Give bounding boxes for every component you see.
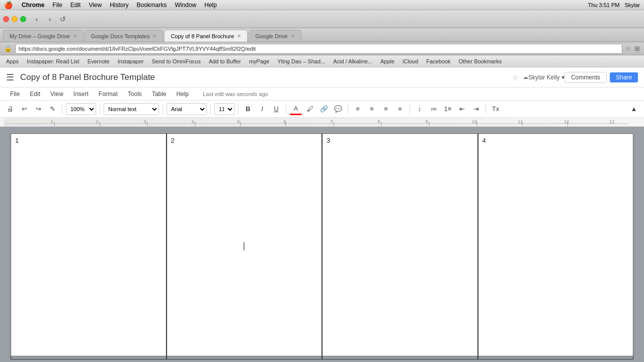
close-tab-brochure[interactable]: ✕ <box>237 33 241 39</box>
link-button[interactable]: 🔗 <box>318 103 330 115</box>
align-right-button[interactable]: ≡ <box>380 103 392 115</box>
mac-menu-bookmarks[interactable]: Bookmarks <box>137 2 167 9</box>
menu-help[interactable]: Help <box>173 89 193 99</box>
bookmark-instapaper-read[interactable]: Instapaper: Read List <box>24 58 83 64</box>
menu-file[interactable]: File <box>6 89 24 99</box>
ruler-bar: 1 2 3 4 5 6 7 8 9 10 11 12 13 <box>4 118 640 126</box>
doc-cell-1[interactable]: 1 <box>11 133 167 359</box>
share-button[interactable]: Share <box>610 72 638 82</box>
bookmark-star-icon[interactable]: ☆ <box>625 45 631 52</box>
font-select[interactable]: Arial Times New Roman <box>167 103 207 115</box>
indent-decrease-button[interactable]: ⇤ <box>456 103 468 115</box>
close-tab-drive[interactable]: ✕ <box>291 33 295 39</box>
comments-button[interactable]: Comments <box>565 72 607 83</box>
numbered-list-button[interactable]: 1≡ <box>442 103 454 115</box>
cell-1-number: 1 <box>15 137 19 144</box>
forward-button[interactable]: › <box>44 14 55 25</box>
mac-menu-view[interactable]: View <box>89 2 102 9</box>
format-paint-button[interactable]: ✎ <box>46 103 58 115</box>
align-left-button[interactable]: ≡ <box>352 103 364 115</box>
chrome-browser-bar: ‹ › ↺ <box>0 10 644 28</box>
doc-star-icon[interactable]: ☆ <box>512 73 519 81</box>
bookmark-apps[interactable]: Apps <box>3 58 22 64</box>
collapse-toolbar-button[interactable]: ▲ <box>628 103 640 115</box>
svg-text:11: 11 <box>518 119 523 124</box>
tab-brochure[interactable]: Copy of 8 Panel Brochure ✕ <box>164 30 248 42</box>
bookmark-buffer[interactable]: Add to Buffer <box>206 58 244 64</box>
svg-text:12: 12 <box>564 119 569 124</box>
comment-button[interactable]: 💬 <box>332 103 344 115</box>
back-button[interactable]: ‹ <box>31 14 42 25</box>
print-button[interactable]: 🖨 <box>4 103 16 115</box>
font-size-select[interactable]: 11 12 14 <box>214 103 234 115</box>
close-tab-templates[interactable]: ✕ <box>152 33 156 39</box>
refresh-button[interactable]: ↺ <box>57 14 68 25</box>
tab-my-drive[interactable]: My Drive – Google Drive ✕ <box>3 30 84 42</box>
menu-edit[interactable]: Edit <box>26 89 44 99</box>
close-tab-my-drive[interactable]: ✕ <box>73 33 77 39</box>
mac-menubar: 🍎 Chrome File Edit View History Bookmark… <box>0 0 644 10</box>
menu-tools[interactable]: Tools <box>124 89 146 99</box>
traffic-lights <box>3 16 26 22</box>
toolbar-separator-4 <box>210 104 211 114</box>
indent-increase-button[interactable]: ⇥ <box>470 103 482 115</box>
highlight-button[interactable]: 🖊 <box>304 103 316 115</box>
menu-format[interactable]: Format <box>95 89 122 99</box>
apple-icon[interactable]: 🍎 <box>4 1 13 9</box>
undo-button[interactable]: ↩ <box>18 103 30 115</box>
mac-menu-edit[interactable]: Edit <box>70 2 81 9</box>
mac-menu-window[interactable]: Window <box>175 2 197 9</box>
document-table[interactable]: 1 2 3 4 <box>11 133 633 359</box>
bookmark-other[interactable]: Other Bookmarks <box>456 58 505 64</box>
bookmark-apple[interactable]: Apple <box>377 58 397 64</box>
menu-insert[interactable]: Insert <box>69 89 93 99</box>
doc-cell-4[interactable]: 4 <box>478 133 634 359</box>
zoom-select[interactable]: 100% 75% 125% 150% <box>66 103 96 115</box>
url-input[interactable] <box>15 44 622 54</box>
italic-button[interactable]: I <box>256 103 268 115</box>
bookmark-icloud[interactable]: iCloud <box>399 58 421 64</box>
mac-menu-chrome[interactable]: Chrome <box>22 2 44 9</box>
doc-cell-3[interactable]: 3 <box>322 133 478 359</box>
mac-menu-help[interactable]: Help <box>204 2 217 9</box>
align-center-button[interactable]: ≡ <box>366 103 378 115</box>
bookmark-evernote[interactable]: Evernote <box>85 58 113 64</box>
bookmark-mypage[interactable]: myPage <box>246 58 272 64</box>
mac-menu-history[interactable]: History <box>110 2 128 9</box>
extensions-icon[interactable]: ⊞ <box>634 45 640 52</box>
document-canvas: 1 2 3 4 <box>10 133 634 356</box>
doc-cell-2[interactable]: 2 <box>167 133 323 359</box>
redo-button[interactable]: ↪ <box>32 103 44 115</box>
tab-google-docs-templates[interactable]: Google Docs Templates ✕ <box>85 30 164 42</box>
text-color-button[interactable]: A <box>290 103 302 115</box>
save-status: Last edit was seconds ago <box>203 91 268 97</box>
svg-text:10: 10 <box>472 119 477 124</box>
underline-button[interactable]: U <box>270 103 282 115</box>
bookmark-facebook[interactable]: Facebook <box>423 58 453 64</box>
document-area: 1 2 3 4 <box>0 127 644 362</box>
docs-toolbar: 🖨 ↩ ↪ ✎ 100% 75% 125% 150% Normal text H… <box>0 101 644 118</box>
doc-title[interactable]: Copy of 8 Panel Brochure Template <box>20 72 508 82</box>
menu-view[interactable]: View <box>46 89 67 99</box>
bookmark-omnifocus[interactable]: Send to OmniFocus <box>149 58 204 64</box>
bookmark-acid[interactable]: Acid / Alkaline... <box>330 58 375 64</box>
mac-menu-file[interactable]: File <box>52 2 62 9</box>
bold-button[interactable]: B <box>242 103 254 115</box>
line-spacing-button[interactable]: ↕ <box>414 103 426 115</box>
hamburger-menu-icon[interactable]: ☰ <box>6 72 14 83</box>
bullet-list-button[interactable]: ≔ <box>428 103 440 115</box>
menu-table[interactable]: Table <box>148 89 171 99</box>
tab-google-drive[interactable]: Google Drive ✕ <box>249 30 301 42</box>
mac-time: Thu 3:51 PM <box>588 2 619 8</box>
svg-text:4: 4 <box>191 119 194 124</box>
security-icon: 🔒 <box>4 45 12 52</box>
bookmark-instapaper[interactable]: Instapaper <box>115 58 147 64</box>
clear-formatting-button[interactable]: Tx <box>490 103 502 115</box>
justify-button[interactable]: ≡ <box>394 103 406 115</box>
minimize-window-button[interactable] <box>12 16 18 22</box>
bookmark-yitng[interactable]: Yitng Dao – Shad... <box>274 58 328 64</box>
close-window-button[interactable] <box>3 16 9 22</box>
user-account[interactable]: Skylar Kelly ▾ <box>528 74 565 81</box>
maximize-window-button[interactable] <box>20 16 26 22</box>
text-style-select[interactable]: Normal text Heading 1 Heading 2 <box>104 103 159 115</box>
